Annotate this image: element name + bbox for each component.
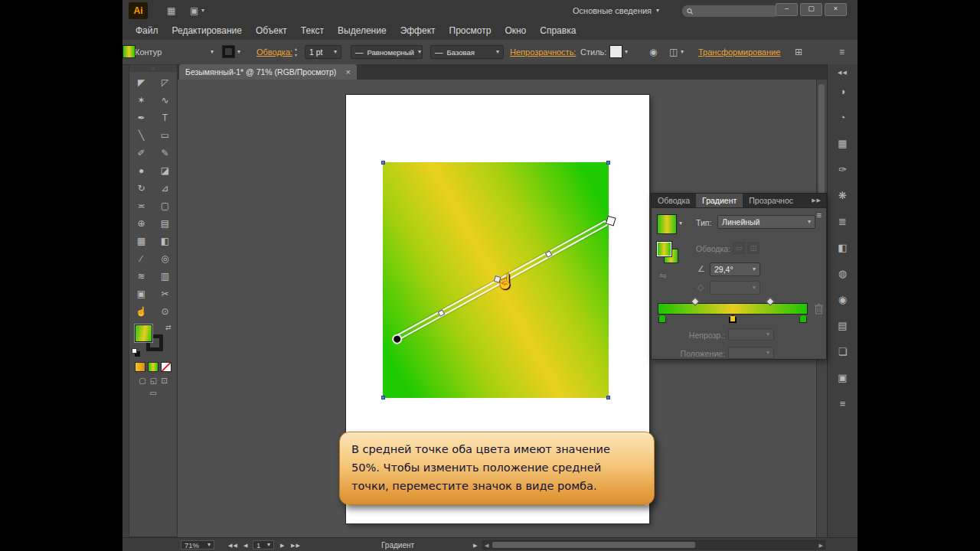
tab-close-icon[interactable]: ×: [346, 67, 351, 77]
workspace-switcher[interactable]: Основные сведения ▾: [573, 6, 659, 15]
selection-anchor[interactable]: [381, 161, 385, 165]
dock-icon-swatches[interactable]: ▦: [835, 135, 851, 151]
free-transform-tool[interactable]: ▢: [153, 197, 177, 214]
tab-transparency[interactable]: Прозрачнос: [743, 194, 799, 207]
stroke-weight-caret-icon[interactable]: ▾: [334, 49, 337, 55]
blob-brush-tool[interactable]: ●: [129, 161, 153, 179]
artboard-number-field[interactable]: 1 ▾: [253, 540, 274, 549]
gradient-midpoint-marker[interactable]: [691, 297, 699, 305]
panel-menu-icon[interactable]: ≡: [817, 210, 822, 220]
gradient-preset-caret-icon[interactable]: ▾: [679, 220, 682, 227]
zoom-tool[interactable]: ⊙: [153, 302, 177, 320]
pencil-tool[interactable]: ✎: [153, 144, 177, 161]
draw-normal-icon[interactable]: ▢: [139, 377, 145, 385]
width-profile-dropdown[interactable]: — Равномерный ▾: [351, 45, 423, 59]
rectangle-tool[interactable]: ▭: [153, 126, 177, 144]
gradient-button[interactable]: [148, 362, 158, 372]
gradient-type-dropdown[interactable]: Линейный ▾: [717, 215, 815, 229]
blend-tool[interactable]: ◎: [153, 249, 177, 267]
menu-item-edit[interactable]: Редактирование: [165, 25, 249, 36]
restore-button[interactable]: ▢: [800, 3, 822, 16]
arrange-documents-icon[interactable]: ▣: [190, 5, 198, 16]
dock-icon-align[interactable]: ≡: [835, 396, 851, 411]
mesh-tool[interactable]: ▦: [129, 232, 153, 249]
panel-fill-gradient-swatch[interactable]: [657, 242, 671, 256]
menu-item-view[interactable]: Просмотр: [443, 25, 498, 36]
horizontal-scrollbar-thumb[interactable]: [492, 542, 695, 548]
dock-icon-symbols[interactable]: ❋: [835, 187, 851, 203]
perspective-grid-tool[interactable]: ▤: [153, 214, 177, 232]
selection-anchor[interactable]: [606, 396, 610, 399]
dock-icon-appearance[interactable]: ◉: [835, 292, 851, 307]
stroke-color-swatch[interactable]: [222, 45, 235, 58]
style-caret-icon[interactable]: ▾: [625, 49, 628, 55]
fill-color-swatch[interactable]: [122, 45, 136, 58]
dock-icon-transparency[interactable]: ◍: [835, 266, 851, 281]
symbol-sprayer-tool[interactable]: ≋: [129, 267, 153, 285]
document-setup-icon[interactable]: ⊞: [795, 47, 802, 57]
line-segment-tool[interactable]: ╲: [129, 126, 153, 144]
dock-icon-stroke[interactable]: ≣: [835, 214, 851, 229]
arrange-documents-caret-icon[interactable]: ▾: [201, 5, 204, 16]
angle-dropdown[interactable]: 29,4° ▾: [710, 262, 760, 276]
eraser-tool[interactable]: ◪: [153, 161, 177, 179]
dock-icon-color[interactable]: ◑: [835, 83, 851, 99]
menu-item-window[interactable]: Окно: [498, 25, 533, 36]
document-tab[interactable]: Безымянный-1* @ 71% (RGB/Просмотр) ×: [179, 64, 357, 80]
fill-caret-icon[interactable]: ▾: [211, 49, 214, 55]
gradient-preset-thumbnail[interactable]: [657, 214, 677, 234]
direct-selection-tool[interactable]: ◸: [153, 73, 177, 91]
selection-anchor[interactable]: [606, 161, 610, 165]
close-button[interactable]: ×: [825, 3, 847, 16]
dock-icon-artboards[interactable]: ▣: [835, 370, 851, 385]
none-button[interactable]: [161, 362, 172, 372]
menu-item-file[interactable]: Файл: [129, 25, 165, 36]
tools-panel-header[interactable]: ∷: [129, 65, 177, 72]
paintbrush-tool[interactable]: ✐: [129, 144, 153, 161]
slice-tool[interactable]: ✂: [153, 285, 177, 302]
gradient-type-caret-icon[interactable]: ▾: [808, 219, 811, 225]
dock-icon-graphic-styles[interactable]: ▤: [835, 318, 851, 333]
opacity-panel-link[interactable]: Непрозрачность:: [510, 47, 576, 57]
width-tool[interactable]: ≍: [129, 197, 153, 214]
rotate-tool[interactable]: ↻: [129, 179, 153, 197]
next-artboard-icon[interactable]: ▶: [280, 543, 285, 549]
eyedropper-tool[interactable]: ∕: [129, 249, 153, 267]
zoom-caret-icon[interactable]: ▾: [207, 542, 211, 548]
pen-tool[interactable]: ✒: [129, 109, 153, 126]
stroke-caret-icon[interactable]: ▾: [237, 49, 240, 55]
last-artboard-icon[interactable]: ▶▶: [291, 543, 301, 549]
stroke-weight-stepper[interactable]: ▴ ▾: [295, 46, 297, 57]
dock-icon-layers[interactable]: ❏: [835, 344, 851, 359]
brush-definition-dropdown[interactable]: — Базовая ▾: [430, 45, 504, 59]
scroll-right-icon[interactable]: ▶: [819, 543, 823, 549]
type-tool[interactable]: T: [153, 109, 177, 126]
stepper-up-icon[interactable]: ▴: [295, 46, 297, 51]
tab-stroke[interactable]: Обводка: [652, 194, 696, 207]
draw-behind-icon[interactable]: ◱: [150, 377, 157, 385]
stroke-along-icon[interactable]: ◫: [747, 242, 760, 254]
lasso-tool[interactable]: ∿: [153, 91, 177, 109]
selection-anchor[interactable]: [381, 396, 385, 399]
transform-panel-link[interactable]: Трансформирование: [698, 47, 780, 57]
fill-swatch[interactable]: [135, 324, 152, 342]
selection-tool[interactable]: ◤: [129, 73, 153, 91]
column-graph-tool[interactable]: ▥: [153, 267, 177, 285]
zoom-dropdown[interactable]: 71% ▾: [181, 540, 214, 549]
horizontal-scrollbar[interactable]: ◀ ▶: [482, 540, 825, 549]
magic-wand-tool[interactable]: ✶: [129, 91, 153, 109]
control-panel-menu-icon[interactable]: ≡: [839, 47, 844, 57]
dock-collapse-icon[interactable]: ◀◀: [828, 64, 858, 77]
gradient-midpoint-marker[interactable]: [766, 297, 774, 305]
gradient-stop-middle[interactable]: [729, 315, 737, 323]
bridge-icon[interactable]: ▦: [167, 5, 175, 16]
default-fill-stroke-icon[interactable]: [132, 348, 141, 357]
angle-caret-icon[interactable]: ▾: [753, 266, 756, 272]
reverse-gradient-icon[interactable]: ⇋: [659, 271, 666, 281]
gradient-stop-left[interactable]: [658, 315, 666, 323]
dock-icon-gradient[interactable]: ◧: [835, 240, 851, 255]
shape-builder-tool[interactable]: ⊕: [129, 214, 153, 232]
stepper-down-icon[interactable]: ▾: [295, 52, 297, 57]
color-button[interactable]: [135, 362, 145, 372]
graphic-style-swatch[interactable]: [609, 45, 622, 58]
